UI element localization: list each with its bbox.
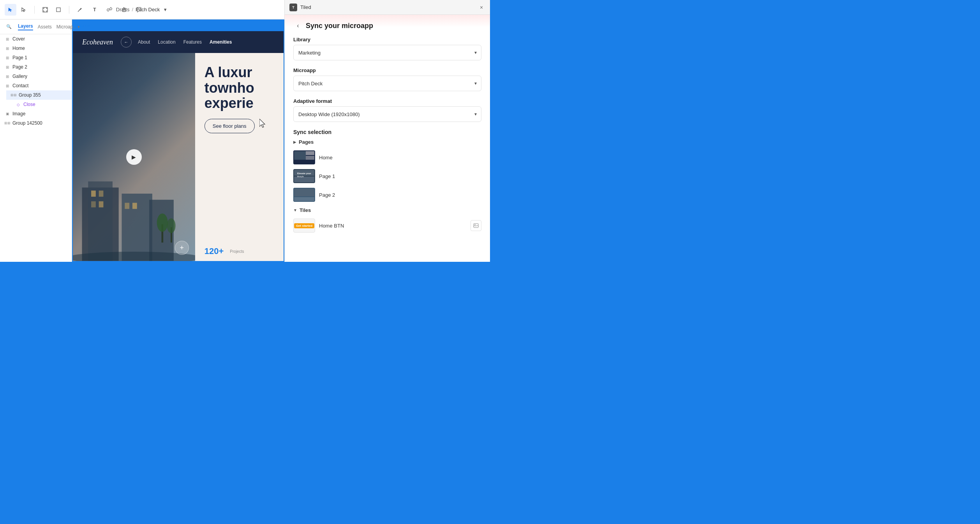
microapp-select-wrapper: Pitch Deck ▾ (293, 76, 481, 91)
sync-item-home[interactable]: Home (293, 148, 481, 167)
microapp-section: Microapp Pitch Deck ▾ (293, 67, 481, 91)
svg-text:lifestyle: lifestyle (297, 175, 304, 178)
microapp-select[interactable]: Pitch Deck (293, 76, 481, 91)
layer-item-contact[interactable]: ⊞ Contact (0, 81, 72, 90)
headline-line1: A luxur (204, 65, 274, 80)
svg-rect-38 (294, 189, 314, 196)
toolbar-left-tools (5, 4, 30, 16)
nav-features[interactable]: Features (183, 39, 202, 45)
svg-rect-39 (294, 197, 314, 201)
panel-body: ‹ Sync your microapp Library Marketing ▾… (285, 15, 490, 262)
layer-item-group142500[interactable]: ⊞⊞ Group 142500 (0, 118, 72, 128)
svg-text:Elevate your: Elevate your (297, 172, 311, 175)
breadcrumb: Drafts / Pitch Deck ▾ (116, 7, 168, 13)
pages-section-label: Pages (299, 139, 314, 145)
layer-label: Group 142500 (12, 120, 42, 126)
shape-tool-btn[interactable] (53, 4, 64, 16)
microapp-value: Pitch Deck (298, 81, 323, 86)
adaptive-format-select-wrapper: Desktop Wide (1920x1080) ▾ (293, 106, 481, 122)
tile-thumbnail-homebtn: Get started (293, 219, 315, 233)
adaptive-format-label: Adaptive format (293, 98, 481, 104)
stats-row: 120+ Projects (195, 242, 284, 261)
page-thumbnail-page2 (293, 188, 315, 202)
breadcrumb-separator: / (132, 7, 133, 12)
svg-rect-11 (107, 8, 109, 11)
page-label: Home (72, 19, 95, 32)
library-select-wrapper: Marketing ▾ (293, 45, 481, 60)
thumb-svg-home (293, 150, 315, 164)
add-button[interactable]: + (175, 241, 189, 255)
page-name-home: Home (319, 155, 333, 161)
nav-amenities[interactable]: Amenities (210, 39, 232, 45)
tab-assets[interactable]: Assets (38, 24, 52, 30)
page-name-page1: Page 1 (319, 173, 335, 179)
layer-item-page1[interactable]: ⊞ Page 1 (0, 53, 72, 62)
component-tool-btn[interactable] (104, 4, 115, 16)
svg-rect-22 (132, 203, 137, 209)
layer-label: Contact (12, 83, 28, 88)
svg-point-10 (81, 8, 82, 9)
nav-items: About Location Features Amenities (138, 39, 232, 45)
tiles-section-header[interactable]: ▼ Tiles (293, 207, 481, 213)
panel-back-btn[interactable]: ‹ (293, 21, 303, 30)
select-tool-btn[interactable] (5, 4, 16, 16)
svg-rect-12 (109, 7, 112, 10)
toolbar-frame-tools (39, 4, 64, 16)
layer-label: Page 2 (12, 64, 27, 70)
tile-image-action-btn[interactable] (471, 220, 481, 231)
tab-layers[interactable]: Layers (18, 23, 33, 30)
breadcrumb-drafts[interactable]: Drafts (116, 7, 130, 12)
tile-image-icon (473, 223, 479, 228)
layer-item-close[interactable]: ◇ Close (11, 100, 72, 109)
layer-item-cover[interactable]: ⊞ Cover (0, 34, 72, 44)
building-svg (73, 74, 195, 261)
text-tool-btn[interactable]: T (89, 4, 100, 16)
layer-label: Group 355 (19, 92, 41, 98)
page-thumbnail-page1: Elevate your lifestyle (293, 169, 315, 183)
page-name-page2: Page 2 (319, 192, 335, 198)
panel-gradient-area: ‹ Sync your microapp (285, 15, 490, 30)
library-select[interactable]: Marketing (293, 45, 481, 60)
breadcrumb-dropdown-btn[interactable]: ▾ (162, 7, 168, 13)
layer-item-page2[interactable]: ⊞ Page 2 (0, 62, 72, 72)
svg-rect-30 (306, 151, 314, 155)
tile-badge-getstarted: Get started (294, 223, 314, 228)
nav-back-arrow[interactable]: ← (121, 37, 132, 48)
layer-item-image[interactable]: ▣ Image (0, 109, 72, 118)
svg-rect-31 (306, 156, 314, 160)
adaptive-format-select[interactable]: Desktop Wide (1920x1080) (293, 106, 481, 122)
hero-text-area: A luxur townho experie See floor plans (195, 53, 284, 261)
headline-line3: experie (204, 95, 274, 111)
nav-location[interactable]: Location (158, 39, 175, 45)
layer-item-group355[interactable]: ⊞⊞ Group 355 (6, 90, 72, 100)
layer-item-gallery[interactable]: ⊞ Gallery (0, 72, 72, 81)
pages-section-header[interactable]: ▶ Pages (293, 139, 481, 145)
nav-about[interactable]: About (138, 39, 150, 45)
stat-label-wrap: Projects (230, 249, 244, 254)
hero-headline: A luxur townho experie (204, 65, 274, 111)
svg-point-41 (474, 224, 475, 225)
thumb-svg-page1: Elevate your lifestyle (293, 169, 315, 183)
frame-tool-btn[interactable] (39, 4, 51, 16)
panel-back-row: ‹ Sync your microapp (293, 21, 481, 30)
panel-close-btn[interactable]: × (478, 4, 485, 11)
hero-image-area: ▶ + (73, 53, 195, 261)
tiles-section-label: Tiles (300, 207, 311, 213)
move-tool-btn[interactable] (18, 4, 30, 16)
layer-item-home[interactable]: ⊞ Home (0, 44, 72, 53)
sync-item-page2[interactable]: Page 2 (293, 185, 481, 204)
svg-rect-20 (99, 201, 104, 208)
pen-tool-btn[interactable] (74, 4, 86, 16)
design-frame: Ecoheaven ← About Location Features Amen… (72, 31, 284, 262)
layer-label: Image (12, 111, 25, 116)
group-icon: ⊞⊞ (5, 121, 10, 125)
panel-app-title: Tiled (300, 4, 311, 10)
sync-item-page1[interactable]: Elevate your lifestyle Page 1 (293, 167, 481, 185)
search-icon[interactable]: 🔍 (5, 23, 13, 31)
right-panel: T Tiled × ‹ Sync your microapp Library M… (284, 0, 490, 262)
see-floor-plans-btn[interactable]: See floor plans (204, 119, 255, 133)
play-button[interactable]: ▶ (126, 149, 142, 165)
panel-titlebar: T Tiled × (285, 0, 490, 15)
tile-item-homebtn[interactable]: Get started Home BTN (293, 216, 481, 235)
group-icon: ⊞⊞ (11, 93, 16, 97)
